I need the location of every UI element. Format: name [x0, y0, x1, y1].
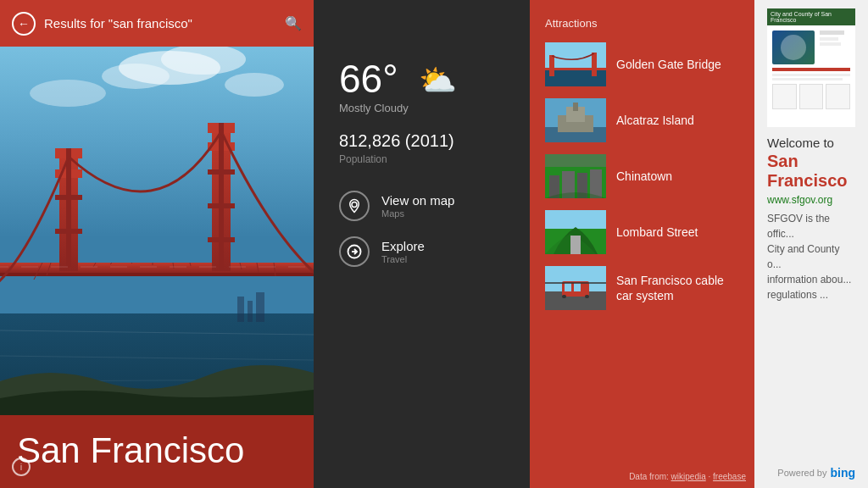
- weather-condition: Mostly Cloudy: [339, 102, 409, 114]
- main-content: ← Results for "san francisco" 🔍: [0, 0, 868, 488]
- data-source-freebase[interactable]: freebase: [713, 472, 746, 481]
- map-icon: [339, 191, 370, 221]
- svg-point-5: [225, 73, 284, 97]
- hero-section: San Francisco i: [0, 0, 314, 488]
- svg-point-40: [352, 202, 357, 208]
- svg-rect-17: [55, 229, 82, 234]
- attraction-item-chinatown[interactable]: Chinatown: [530, 150, 754, 202]
- sfgov-website-preview: City and County of San Francisco: [767, 8, 855, 127]
- svg-rect-57: [590, 169, 602, 198]
- attraction-name-cable-car: San Francisco cable car system: [616, 273, 739, 303]
- explore-icon: [339, 236, 370, 267]
- search-query-text: Results for "san francisco": [44, 16, 276, 30]
- svg-rect-21: [219, 123, 224, 271]
- attraction-name-golden-gate-bridge: Golden Gate Bridge: [616, 57, 721, 72]
- view-on-map-title: View on map: [381, 193, 454, 208]
- svg-rect-66: [574, 283, 581, 291]
- bing-logo: bing: [830, 466, 855, 480]
- attraction-thumb-lombard: [545, 210, 606, 254]
- svg-point-2: [161, 44, 246, 75]
- svg-rect-23: [208, 203, 235, 208]
- svg-line-29: [131, 263, 132, 263]
- sfgov-topbar: City and County of San Francisco: [767, 8, 855, 25]
- attraction-item-cable-car[interactable]: San Francisco cable car system: [530, 262, 754, 314]
- data-source-wikipedia[interactable]: wikipedia: [671, 472, 706, 481]
- explore-subtitle: Travel: [381, 254, 425, 264]
- svg-point-3: [102, 64, 170, 89]
- svg-rect-59: [545, 210, 606, 229]
- web-result-city: San Francisco: [767, 152, 855, 191]
- population-label: Population: [339, 153, 504, 165]
- attraction-thumb-chinatown: [545, 154, 606, 198]
- search-bar: ← Results for "san francisco" 🔍: [0, 0, 314, 47]
- svg-rect-24: [208, 237, 235, 242]
- attraction-item-alcatraz[interactable]: Alcatraz Island: [530, 94, 754, 147]
- back-button[interactable]: ←: [12, 12, 36, 36]
- attraction-thumb-cable: [545, 266, 606, 310]
- cloud-icon: ⛅: [419, 63, 457, 98]
- attraction-item-lombard[interactable]: Lombard Street: [530, 206, 754, 258]
- svg-rect-37: [237, 297, 244, 322]
- svg-rect-15: [66, 148, 71, 267]
- svg-rect-67: [562, 295, 566, 298]
- svg-rect-16: [55, 195, 82, 200]
- svg-rect-38: [248, 301, 253, 322]
- explore-title: Explore: [381, 239, 425, 254]
- population-section: 812,826 (2011) Population: [339, 131, 504, 165]
- search-icon[interactable]: 🔍: [285, 15, 302, 31]
- explore-action[interactable]: Explore Travel: [339, 236, 504, 267]
- view-on-map-action[interactable]: View on map Maps: [339, 191, 504, 221]
- attraction-thumb-golden-gate-bridge: [545, 42, 606, 86]
- city-name: San Francisco: [17, 430, 297, 471]
- svg-point-4: [30, 80, 106, 107]
- svg-rect-65: [565, 283, 571, 291]
- svg-rect-10: [0, 263, 314, 273]
- powered-by-text: Powered by: [777, 468, 826, 478]
- city-name-overlay: San Francisco: [0, 415, 314, 488]
- web-panel: City and County of San Francisco: [754, 0, 868, 488]
- web-preview-image: City and County of San Francisco: [767, 8, 855, 127]
- attractions-title: Attractions: [530, 8, 754, 38]
- population-value: 812,826 (2011): [339, 131, 504, 151]
- data-source-label: Data from:: [629, 472, 670, 481]
- web-result-description: SFGOV is the offic...City and County o..…: [767, 211, 855, 302]
- svg-rect-45: [549, 55, 554, 76]
- attractions-panel: Attractions Golden Gate Bridge: [530, 0, 754, 488]
- svg-rect-52: [573, 103, 578, 111]
- svg-rect-39: [256, 292, 264, 322]
- attraction-item-golden-gate-bridge[interactable]: Golden Gate Bridge: [530, 38, 754, 91]
- view-on-map-text: View on map Maps: [381, 193, 454, 219]
- svg-rect-22: [208, 169, 235, 175]
- weather-section: 66° Mostly Cloudy ⛅: [339, 59, 504, 114]
- info-panel: 66° Mostly Cloudy ⛅ 812,826 (2011) Popul…: [314, 0, 530, 488]
- svg-rect-68: [585, 295, 589, 298]
- sfgov-body: [767, 25, 855, 127]
- svg-rect-47: [545, 68, 606, 70]
- temperature-display: 66°: [339, 59, 409, 98]
- data-source: Data from: wikipedia · freebase: [629, 472, 746, 481]
- info-badge[interactable]: i: [12, 458, 31, 476]
- powered-by: Powered by bing: [777, 466, 855, 480]
- explore-text: Explore Travel: [381, 239, 425, 264]
- svg-rect-46: [592, 53, 597, 76]
- view-on-map-subtitle: Maps: [381, 208, 454, 219]
- attraction-name-alcatraz: Alcatraz Island: [616, 113, 694, 128]
- attraction-name-chinatown: Chinatown: [616, 169, 672, 184]
- web-result-welcome: Welcome to: [767, 136, 855, 150]
- svg-rect-58: [545, 154, 606, 167]
- svg-rect-61: [570, 236, 581, 254]
- attraction-name-lombard: Lombard Street: [616, 225, 698, 240]
- attraction-thumb-alcatraz: [545, 98, 606, 142]
- svg-rect-0: [0, 0, 314, 339]
- web-result-url[interactable]: www.sfgov.org: [767, 194, 855, 206]
